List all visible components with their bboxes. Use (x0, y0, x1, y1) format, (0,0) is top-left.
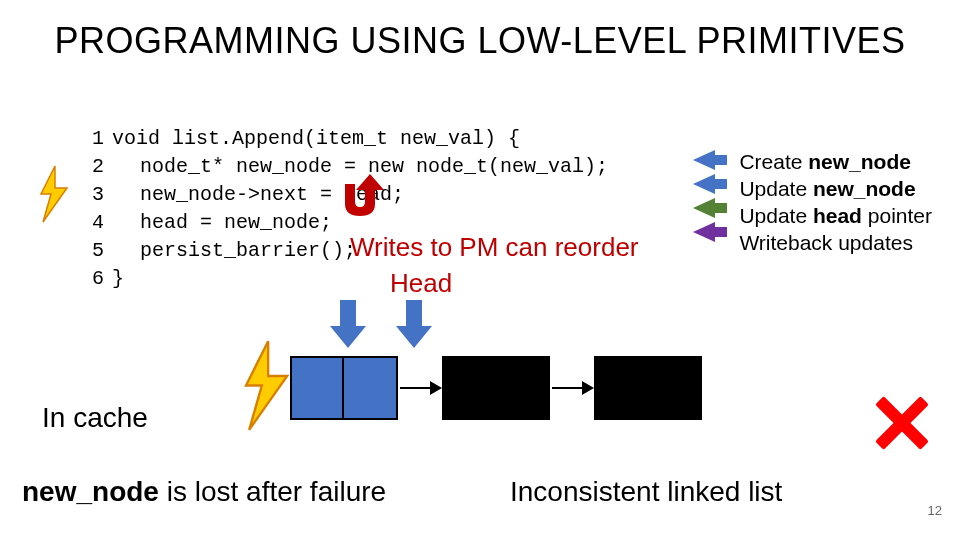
list-node (290, 356, 398, 420)
footer-left-bold: new_node (22, 476, 159, 507)
linked-list-diagram (290, 356, 702, 420)
node-data-cell (444, 358, 496, 418)
annotation-post: pointer (862, 204, 932, 227)
reorder-label: Writes to PM can reorder (350, 232, 639, 263)
annotation-bold: head (813, 204, 862, 227)
list-node (594, 356, 702, 420)
annotation-bold: new_node (813, 177, 916, 200)
code-text: persist_barrier(); (112, 237, 356, 265)
code-line-6: 6 } (80, 265, 608, 293)
code-line-1: 1 void list.Append(item_t new_val) { (80, 125, 608, 153)
footer-left-rest: is lost after failure (159, 476, 386, 507)
arrow-left-icon (693, 222, 715, 242)
node-pointer-cell (496, 358, 548, 418)
arrow-left-icon (693, 198, 715, 218)
line-number: 4 (80, 209, 104, 237)
annotation-list: Create new_node Update new_node Update h… (739, 148, 932, 256)
page-number: 12 (928, 503, 942, 518)
line-number: 5 (80, 237, 104, 265)
in-cache-label: In cache (42, 402, 148, 434)
annotation-pre: Create (739, 150, 808, 173)
line-number: 6 (80, 265, 104, 293)
code-text: void list.Append(item_t new_val) { (112, 125, 520, 153)
node-pointer-cell (344, 358, 396, 418)
annotation-arrow-group (693, 150, 715, 242)
lightning-icon (230, 338, 300, 433)
pointer-arrow-icon (552, 387, 592, 389)
list-node (442, 356, 550, 420)
pointer-arrow-icon (400, 387, 440, 389)
cross-error-icon (872, 395, 928, 451)
lightning-icon (30, 164, 76, 224)
uturn-arrow-icon (330, 174, 390, 224)
annotation-line: Update head pointer (739, 202, 932, 229)
arrow-left-icon (693, 174, 715, 194)
node-pointer-cell (648, 358, 700, 418)
footer-note-left: new_node is lost after failure (22, 476, 386, 508)
annotation-pre: Update (739, 177, 813, 200)
annotation-line: Update new_node (739, 175, 932, 202)
annotation-line: Writeback updates (739, 229, 932, 256)
annotation-bold: new_node (808, 150, 911, 173)
code-text: head = new_node; (112, 209, 332, 237)
line-number: 1 (80, 125, 104, 153)
annotation-pre: Update (739, 204, 813, 227)
head-down-arrows (330, 300, 432, 350)
line-number: 3 (80, 181, 104, 209)
line-number: 2 (80, 153, 104, 181)
slide-title: PROGRAMMING USING LOW-LEVEL PRIMITIVES (0, 0, 960, 62)
arrow-left-icon (693, 150, 715, 170)
arrow-down-icon (396, 300, 432, 350)
annotation-pre: Writeback updates (739, 231, 913, 254)
code-text: } (112, 265, 124, 293)
node-data-cell (596, 358, 648, 418)
arrow-down-icon (330, 300, 366, 350)
footer-note-right: Inconsistent linked list (510, 476, 782, 508)
annotation-line: Create new_node (739, 148, 932, 175)
head-pointer-label: Head (390, 268, 452, 299)
